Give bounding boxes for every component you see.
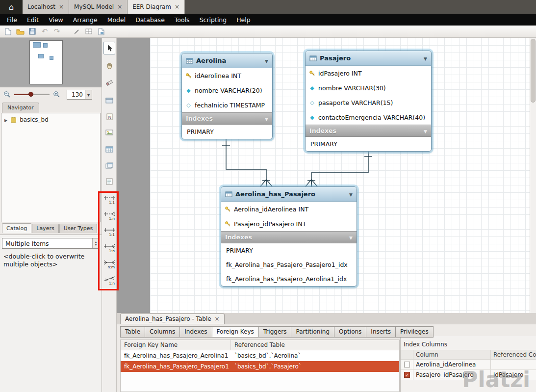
index-row[interactable]: PRIMARY (182, 125, 272, 139)
indexes-header[interactable]: Indexes (221, 231, 357, 243)
new-model-icon[interactable] (3, 26, 13, 36)
collapse-arrow-icon[interactable] (265, 57, 268, 64)
menu-file[interactable]: File (2, 16, 22, 24)
column-row[interactable]: pasaporte VARCHAR(15) (306, 95, 431, 110)
zoom-dropdown-button[interactable] (85, 90, 92, 99)
indexes-header[interactable]: Indexes (182, 112, 272, 125)
diagram-page[interactable]: Aerolina idAerolinea INT nombre VARCHAR(… (150, 38, 530, 313)
index-column-row[interactable]: Aerolina_idAerolinea (401, 360, 536, 370)
tool-view[interactable] (103, 159, 115, 172)
zoom-in-icon[interactable] (53, 91, 60, 98)
menu-edit[interactable]: Edit (22, 16, 44, 24)
tab-inserts[interactable]: Inserts (366, 326, 396, 338)
column-row[interactable]: fechaInicio TIMESTAMP (182, 98, 272, 112)
tab-foreign-keys[interactable]: Foreign Keys (212, 326, 259, 338)
collapse-arrow-icon[interactable] (424, 127, 427, 134)
menu-database[interactable]: Database (130, 16, 170, 24)
column-row[interactable]: idAerolinea INT (182, 68, 272, 83)
menu-help[interactable]: Help (231, 16, 255, 24)
diagram-canvas[interactable]: Aerolina idAerolinea INT nombre VARCHAR(… (117, 38, 536, 313)
zoom-out-icon[interactable] (3, 91, 11, 98)
table-header[interactable]: Aerolina_has_Pasajero (221, 187, 357, 202)
menu-arrange[interactable]: Arrange (68, 16, 102, 24)
column-checkbox[interactable] (404, 362, 410, 367)
tool-eraser[interactable] (103, 77, 115, 89)
tab-layers[interactable]: Layers (32, 224, 58, 233)
tool-note[interactable]: N (103, 110, 115, 123)
collapse-arrow-icon[interactable] (349, 190, 353, 198)
tab-options[interactable]: Options (334, 326, 366, 338)
tab-table[interactable]: Table (120, 326, 145, 338)
selection-combo[interactable]: Multiple Items ▴▾ (2, 238, 100, 249)
column-row[interactable]: contactoEmergencia VARCHAR(40) (306, 110, 431, 125)
column-row[interactable]: Aerolina_idAerolinea INT (221, 202, 357, 216)
collapse-arrow-icon[interactable] (265, 115, 268, 122)
column-checkbox-checked[interactable] (404, 372, 410, 378)
index-row[interactable]: PRIMARY (306, 137, 431, 151)
menu-model[interactable]: Model (102, 16, 131, 24)
close-icon[interactable] (59, 3, 64, 10)
tab-triggers[interactable]: Triggers (258, 326, 292, 338)
combo-spinner[interactable]: ▴▾ (92, 238, 99, 248)
column-row[interactable]: nombre VARCHAR(20) (182, 83, 272, 98)
zoom-level-select[interactable]: 130 (67, 90, 92, 100)
tab-privileges[interactable]: Privileges (395, 326, 434, 338)
index-row[interactable]: fk_Aerolina_has_Pasajero_Pasajero1_idx (221, 258, 357, 272)
menu-scripting[interactable]: Scripting (195, 16, 232, 24)
tool-rel-ntom[interactable]: n:m (103, 260, 116, 275)
tool-rel-1ton-identifying[interactable]: 1:n (103, 244, 116, 259)
save-model-icon[interactable] (27, 26, 37, 36)
tab-indexes[interactable]: Indexes (179, 326, 212, 338)
column-row[interactable]: idPasajero INT (306, 66, 431, 80)
column-row[interactable]: nombre VARCHAR(30) (306, 80, 431, 95)
tool-rel-1ton-existing[interactable]: 1:n (103, 276, 116, 291)
home-button[interactable] (0, 0, 23, 14)
close-icon[interactable] (215, 315, 220, 322)
tool-table[interactable] (103, 143, 115, 156)
tab-catalog[interactable]: Catalog (2, 223, 31, 233)
close-icon[interactable] (117, 3, 122, 10)
tab-mysql-model[interactable]: MySQL Model (69, 0, 128, 14)
canvas-vertical-scrollbar[interactable] (530, 38, 536, 313)
zoom-slider-knob[interactable] (28, 92, 33, 97)
collapse-arrow-icon[interactable] (349, 234, 353, 241)
tab-partitioning[interactable]: Partitioning (291, 326, 334, 338)
close-icon[interactable] (175, 3, 179, 10)
column-row[interactable]: Pasajero_idPasajero INT (221, 216, 357, 231)
tool-selection[interactable] (103, 42, 115, 54)
menu-tools[interactable]: Tools (170, 16, 195, 24)
table-header[interactable]: Pasajero (306, 51, 431, 66)
tab-columns[interactable]: Columns (145, 326, 180, 338)
tab-user-types[interactable]: User Types (59, 224, 98, 233)
index-row[interactable]: PRIMARY (221, 243, 357, 258)
tool-image[interactable] (103, 126, 115, 139)
new-diagram-icon[interactable] (96, 26, 106, 36)
expand-caret-icon[interactable] (4, 116, 7, 123)
collapse-arrow-icon[interactable] (424, 54, 427, 62)
undo-icon[interactable] (40, 26, 50, 36)
foreign-key-row-selected[interactable]: fk_Aerolina_has_Pasajero_Pasajero1 `basi… (121, 361, 399, 372)
open-model-icon[interactable] (15, 26, 25, 36)
zoom-slider[interactable] (14, 94, 50, 95)
foreign-key-row[interactable]: fk_Aerolina_has_Pasajero_Aerolina1 `basi… (121, 350, 399, 361)
table-node-aerolina-has-pasajero[interactable]: Aerolina_has_Pasajero Aerolina_idAerolin… (221, 186, 357, 287)
table-node-aerolina[interactable]: Aerolina idAerolinea INT nombre VARCHAR(… (181, 53, 273, 139)
tab-localhost[interactable]: Localhost (23, 0, 69, 14)
scrollbar-thumb[interactable] (531, 39, 536, 103)
table-header[interactable]: Aerolina (182, 53, 272, 68)
tool-routine-group[interactable] (103, 175, 115, 188)
pencil-icon[interactable] (72, 26, 81, 36)
index-row[interactable]: fk_Aerolina_has_Pasajero_Aerolina1_idx (221, 272, 357, 286)
navigator-minimap[interactable] (0, 38, 102, 87)
tool-rel-1to1-identifying[interactable]: 1:1 (103, 228, 116, 242)
tool-hand[interactable] (103, 59, 115, 72)
navigator-tab[interactable]: Navigator (2, 103, 39, 113)
tool-layer[interactable] (103, 94, 115, 107)
editor-tab-aerolina-has-pasajero[interactable]: Aerolina_has_Pasajero - Table (120, 314, 225, 324)
grid-icon[interactable] (84, 26, 94, 36)
menu-view[interactable]: View (44, 16, 68, 24)
tool-rel-1to1-non-identifying[interactable]: 1:1 (103, 195, 116, 210)
tool-rel-1ton-non-identifying[interactable]: 1:n (103, 211, 116, 226)
tree-item-basics-bd[interactable]: basics_bd (1, 113, 100, 126)
tab-eer-diagram[interactable]: EER Diagram (128, 0, 185, 14)
